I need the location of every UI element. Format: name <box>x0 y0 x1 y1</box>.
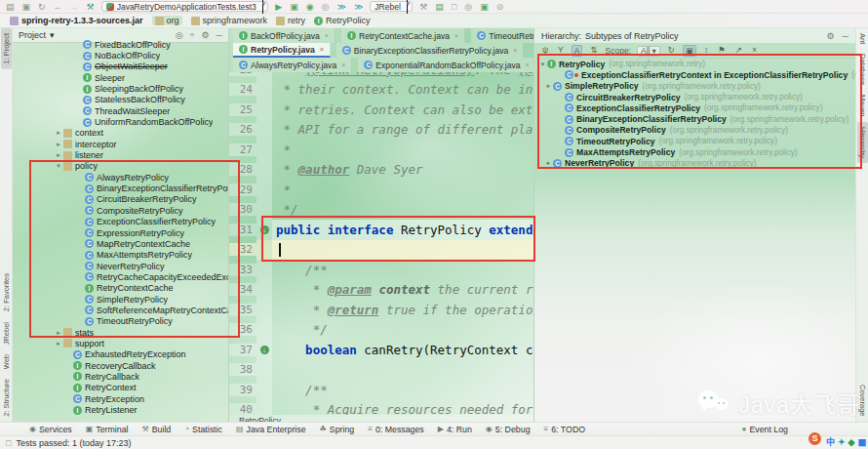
tree-item-simpleretrypolicy[interactable]: CSimpleRetryPolicy <box>13 294 229 305</box>
tree-item-binaryexceptionclassifierretrypolicy[interactable]: CBinaryExceptionClassifierRetryPolicy <box>13 183 229 193</box>
breadcrumb-item[interactable]: springframework <box>191 16 268 25</box>
back-icon[interactable]: ← <box>54 1 62 13</box>
stop-icon[interactable]: ⊘ <box>496 1 504 13</box>
tab-close-icon[interactable]: × <box>320 46 324 53</box>
find-icon[interactable]: ◎ <box>464 1 472 13</box>
tree-item-retryexception[interactable]: CRetryException <box>13 393 229 404</box>
subtypes-icon[interactable]: A <box>572 45 583 57</box>
tree-item-exhaustedretryexception[interactable]: CExhaustedRetryException <box>13 349 229 360</box>
tree-item-compositeretrypolicy[interactable]: CCompositeRetryPolicy <box>13 205 229 216</box>
tree-item-statelessbackoffpolicy[interactable]: CStatelessBackOffPolicy <box>13 95 229 105</box>
toolwindow-button-java-enterprise[interactable]: ▤Java Enterprise <box>236 425 306 434</box>
tree-item-retrycontextcache[interactable]: IRetryContextCache <box>13 283 229 294</box>
scope-select[interactable]: All ▾ <box>637 46 660 57</box>
tree-item-timeoutretrypolicy[interactable]: CTimeoutRetryPolicy <box>13 316 229 327</box>
editor-breadcrumb[interactable]: RetryPolicy <box>229 415 534 422</box>
jrebel-run-icon[interactable]: ≫ <box>336 1 345 13</box>
toolwindow-button-debug[interactable]: ◉5: Debug <box>486 425 531 434</box>
tree-item-neverretrypolicy[interactable]: CNeverRetryPolicy <box>13 261 229 271</box>
code-line-30[interactable]: 30 */ <box>229 200 534 221</box>
toolwindow-button-todo[interactable]: ≡6: TODO <box>544 425 586 434</box>
export-icon[interactable]: ↗ <box>733 45 744 57</box>
tree-item-maxattemptsretrypolicy[interactable]: CMaxAttemptsRetryPolicy <box>13 250 229 261</box>
code-line-37[interactable]: 37↓ boolean canRetry(RetryContext co <box>229 340 534 360</box>
toolwindow-button-messages[interactable]: ≡0: Messages <box>368 425 424 434</box>
hierarchy-item[interactable]: CExceptionClassifierRetryContext in Exce… <box>534 69 855 80</box>
tool-stripe-item-ant[interactable]: Ant <box>857 28 868 49</box>
editor-tab-retrycontextcache[interactable]: IRetryContextCache.java× <box>341 28 465 43</box>
tree-item-objectwaitsleeper[interactable]: CObjectWaitSleeper <box>13 61 229 72</box>
breadcrumb-item[interactable]: IRetryPolicy <box>314 16 371 25</box>
code-line-32[interactable]: 32 <box>229 240 534 261</box>
tree-item-fixedbackoffpolicy[interactable]: CFixedBackOffPolicy <box>13 39 229 50</box>
editor-tab-alwaysretrypolicy[interactable]: CAlwaysRetryPolicy.java× <box>233 58 352 72</box>
window-icon[interactable]: □ <box>452 1 456 13</box>
tree-item-interceptor[interactable]: ▸interceptor <box>13 139 229 149</box>
code-line-29[interactable]: 29 * <box>229 180 534 200</box>
project-structure-icon[interactable]: ▤ <box>435 1 444 13</box>
tool-stripe-item-web[interactable]: Web <box>1 349 12 374</box>
editor-tab-retrypolicy[interactable]: IRetryPolicy.java× <box>233 43 331 58</box>
coverage-icon[interactable]: ▣ <box>290 1 298 13</box>
build-wrench-icon[interactable]: ⚒ <box>87 1 95 13</box>
jrebel-select[interactable]: JRebel ▾ <box>370 1 413 12</box>
tree-expander-icon[interactable]: ▸ <box>544 159 553 167</box>
toolwindow-button-services[interactable]: ◉Services <box>29 425 72 434</box>
code-editor[interactable]: 23 * {@link RetryOperations}. The {@link… <box>229 72 534 415</box>
forward-icon[interactable]: → <box>70 1 79 13</box>
toolwindow-button-build[interactable]: ⚒Build <box>142 425 172 434</box>
toolwindow-button-statistic[interactable]: ◔Statistic <box>184 425 222 434</box>
hierarchy-item[interactable]: CTimeoutRetryPolicy(org.springframework.… <box>534 136 855 146</box>
code-line-28[interactable]: 28 * @author Dave Syer <box>229 160 534 181</box>
code-line-39[interactable]: 39 /** <box>229 380 534 400</box>
tree-item-retrycachecapacityexceededexcept[interactable]: CRetryCacheCapacityExceededExcept <box>13 271 229 282</box>
open-file-icon[interactable]: ▤ <box>6 1 15 13</box>
flag-icon[interactable]: ⚑ <box>716 45 728 57</box>
tree-item-circuitbreakerretrypolicy[interactable]: CCircuitBreakerRetryPolicy <box>13 194 229 205</box>
toolwindow-button-event-log[interactable]: ●Event Log <box>742 425 788 434</box>
tab-close-icon[interactable]: × <box>454 32 458 39</box>
close-icon[interactable]: × <box>750 45 759 57</box>
tree-item-retrylistener[interactable]: IRetryListener <box>13 404 229 415</box>
code-line-36[interactable]: 36 */ <box>229 320 534 341</box>
editor-tab-backoffpolicy[interactable]: IBackOffPolicy.java× <box>233 28 335 43</box>
tree-expander-icon[interactable]: ▸ <box>54 129 63 137</box>
tree-item-policy[interactable]: ▾policy <box>13 161 229 172</box>
tree-expander-icon[interactable]: ▾ <box>54 162 63 170</box>
code-line-34[interactable]: 34 * @param context the current re <box>229 280 534 301</box>
toolwindow-button-spring[interactable]: ☘Spring <box>320 425 355 434</box>
autoscroll-icon[interactable]: ▣ <box>683 45 696 57</box>
code-line-26[interactable]: 26 * API for a range of different plat <box>229 120 534 141</box>
run-configuration-select[interactable]: JavaRetryDemoApplicationTests.test3 ▾ <box>101 1 269 12</box>
code-line-31[interactable]: 31↓public interface RetryPolicy extends <box>229 220 534 240</box>
breadcrumb-item[interactable]: spring-retry-1.3.3-sources.jar <box>10 16 143 25</box>
editor-tab-binaryexceptionclassifierretrypolicy[interactable]: CBinaryExceptionClassifierRetryPolicy.ja… <box>336 43 525 58</box>
tree-item-expressionretrypolicy[interactable]: CExpressionRetryPolicy <box>13 227 229 238</box>
hierarchy-item[interactable]: CExceptionClassifierRetryPolicy(org.spri… <box>534 102 855 113</box>
code-line-24[interactable]: 24 * their context. Context can be int <box>229 80 534 101</box>
expand-all-icon[interactable]: ↕ <box>702 45 710 57</box>
tree-expander-icon[interactable]: ▸ <box>54 340 63 347</box>
tree-item-softreferencemapretrycontextcac[interactable]: CSoftReferenceMapRetryContextCac <box>13 305 229 315</box>
save-green-icon[interactable]: ▣ <box>480 1 489 13</box>
editor-tab-exponentialrandombackoffpolicy[interactable]: CExponentialRandomBackOffPolicy.java× <box>358 58 534 72</box>
code-line-33[interactable]: 33 /** <box>229 260 534 280</box>
hierarchy-item[interactable]: ▾IRetryPolicy(org.springframework.retry) <box>534 59 855 69</box>
code-line-23[interactable]: 23 * {@link RetryOperations}. The {@link… <box>229 72 534 80</box>
tree-expander-icon[interactable]: ▸ <box>54 151 63 159</box>
hierarchy-item[interactable]: CCompositeRetryPolicy(org.springframewor… <box>534 125 855 136</box>
editor-tab-timeoutretrypolicy[interactable]: CTimeoutRetryPolicy.java× <box>471 28 534 43</box>
tree-item-nobackoffpolicy[interactable]: CNoBackOffPolicy <box>13 50 229 61</box>
sort-icon[interactable]: ⇅ <box>588 45 599 57</box>
tab-close-icon[interactable]: × <box>325 32 329 39</box>
class-hierarchy-icon[interactable]: ψ <box>540 45 550 57</box>
search-icon[interactable]: ◎ <box>322 1 330 13</box>
supertypes-icon[interactable]: Y <box>556 45 566 57</box>
tree-item-sleepingbackoffpolicy[interactable]: ISleepingBackOffPolicy <box>13 83 229 94</box>
tool-stripe-item-maven[interactable]: Maven <box>857 90 868 122</box>
tree-item-exceptionclassifierretrypolicy[interactable]: CExceptionClassifierRetryPolicy <box>13 217 229 227</box>
code-line-38[interactable]: 38 <box>229 360 534 381</box>
jrebel-debug-icon[interactable]: ≫ <box>354 1 363 13</box>
tool-stripe-item-2-structure[interactable]: 2: Structure <box>1 374 12 422</box>
settings-gear-icon[interactable]: ⚙ <box>827 31 835 41</box>
